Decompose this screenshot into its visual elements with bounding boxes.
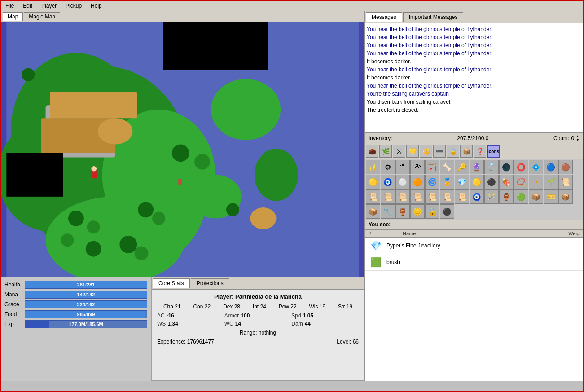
inventory-item[interactable]: 📜: [395, 189, 410, 204]
tab-messages[interactable]: Messages: [366, 12, 402, 22]
menu-pickup[interactable]: Pickup: [63, 2, 84, 10]
mana-row: Mana 142/142: [4, 291, 147, 299]
command-input[interactable]: [365, 122, 583, 132]
inventory-item[interactable]: ⭕: [514, 160, 528, 174]
inventory-item[interactable]: 🏹: [425, 160, 439, 174]
inventory-item[interactable]: 📜: [425, 189, 439, 204]
game-map[interactable]: [1, 22, 364, 277]
stat-spd: Spd 1.05: [291, 313, 359, 319]
inventory-item[interactable]: 📦: [529, 189, 543, 204]
food-bar: 986/999: [25, 310, 147, 318]
inventory-item[interactable]: 🪄: [484, 189, 499, 204]
svg-point-23: [138, 202, 154, 217]
inv-filter-rings[interactable]: 💛: [406, 145, 419, 158]
inventory-item[interactable]: ✨: [366, 160, 380, 174]
inventory-item[interactable]: 🌀: [425, 175, 439, 189]
inventory-item[interactable]: 🟤: [558, 160, 573, 174]
inventory-item[interactable]: 🔑: [455, 160, 469, 174]
inventory-item[interactable]: 🟢: [514, 189, 528, 204]
range-display: Range: nothing: [157, 330, 359, 336]
inv-filter-armor[interactable]: ⚔: [393, 145, 405, 158]
char-panel: Core Stats Protections Player: Partmedia…: [151, 277, 364, 381]
inventory-item[interactable]: 📦: [558, 189, 573, 204]
inventory-item[interactable]: 📜: [455, 189, 469, 204]
menu-file[interactable]: File: [3, 2, 17, 10]
inventory-item[interactable]: ⚙: [381, 160, 395, 174]
inventory-item[interactable]: 🧿: [381, 175, 395, 189]
inventory-item[interactable]: 🗡: [395, 160, 410, 174]
menu-player[interactable]: Player: [39, 2, 59, 10]
inventory-item[interactable]: 📿: [514, 175, 528, 189]
mana-label: Mana: [4, 291, 25, 298]
scroll-arrows[interactable]: ▲ ▼: [576, 135, 580, 142]
inventory-item[interactable]: 🎫: [544, 189, 558, 204]
inventory-item[interactable]: 🍖: [499, 175, 514, 189]
food-label: Food: [4, 311, 25, 317]
inventory-item[interactable]: 💠: [529, 160, 543, 174]
inv-filter-weapons[interactable]: 🌿: [379, 145, 392, 158]
inventory-item[interactable]: ⚫: [440, 204, 454, 219]
you-see-item-name: Pyper's Fine Jewellery: [386, 242, 553, 249]
exp-label: Exp: [4, 321, 25, 327]
inventory-item[interactable]: 🔒: [425, 204, 439, 219]
inventory-item[interactable]: 🪙: [410, 204, 425, 219]
inventory-item[interactable]: 📦: [366, 204, 380, 219]
tab-magic-map[interactable]: Magic Map: [24, 12, 60, 21]
inventory-item[interactable]: 📜: [366, 189, 380, 204]
message-line: You hear the bell of the glorious temple…: [367, 82, 581, 90]
bottom-section: Health 281/281 Mana 142/142 Grace: [1, 277, 364, 381]
inventory-item[interactable]: 🟡: [470, 175, 484, 189]
inv-filter-food[interactable]: ➖: [433, 145, 446, 158]
inventory-item[interactable]: 🔧: [381, 204, 395, 219]
menu-edit[interactable]: Edit: [20, 2, 35, 10]
inventory-item[interactable]: 🦴: [440, 160, 454, 174]
inventory-item[interactable]: 🔸: [529, 175, 543, 189]
svg-point-35: [250, 207, 276, 229]
inventory-item[interactable]: 💎: [455, 175, 469, 189]
you-see-item[interactable]: 🟩brush: [365, 254, 583, 271]
inv-filter-unknown[interactable]: ❓: [474, 145, 486, 158]
you-see-item[interactable]: 💎Pyper's Fine Jewellery: [365, 238, 583, 254]
svg-point-14: [255, 149, 298, 201]
inventory-item[interactable]: 🌱: [544, 175, 558, 189]
input-area[interactable]: [365, 122, 583, 133]
inventory-item[interactable]: 👁: [410, 160, 425, 174]
food-value: 986/999: [25, 311, 147, 318]
tab-core-stats[interactable]: Core Stats: [153, 278, 190, 288]
inventory-item[interactable]: 🧿: [470, 189, 484, 204]
inventory-item[interactable]: 🌑: [499, 160, 514, 174]
inventory-item[interactable]: 🏅: [440, 175, 454, 189]
menu-help[interactable]: Help: [88, 2, 105, 10]
stats-panel: Health 281/281 Mana 142/142 Grace: [1, 277, 151, 381]
tab-map[interactable]: Map: [3, 12, 23, 21]
inventory-item[interactable]: 📜: [381, 189, 395, 204]
inventory-item[interactable]: ⚫: [484, 175, 499, 189]
inventory-item[interactable]: 🏺: [499, 189, 514, 204]
message-line: You disembark from sailing caravel.: [367, 98, 581, 106]
inventory-item[interactable]: 📜: [410, 189, 425, 204]
inv-filter-books[interactable]: 🔒: [447, 145, 459, 158]
inv-filter-wands[interactable]: 🔱: [420, 145, 432, 158]
attr-wis: Wis 19: [309, 304, 326, 310]
tab-protections[interactable]: Protections: [191, 278, 229, 288]
svg-point-31: [61, 233, 74, 247]
mana-value: 142/142: [25, 291, 147, 298]
inventory-item[interactable]: 🔵: [544, 160, 558, 174]
inventory-item[interactable]: 📜: [440, 189, 454, 204]
inventory-icon-bar: 🌰 🌿 ⚔ 💛 🔱 ➖ 🔒 📦 ❓ Icons: [365, 144, 583, 159]
inv-filter-icons[interactable]: Icons: [487, 145, 500, 158]
inv-filter-containers[interactable]: 📦: [460, 145, 473, 158]
inventory-item[interactable]: 🔮: [470, 160, 484, 174]
grace-row: Grace 324/162: [4, 300, 147, 308]
inv-filter-all[interactable]: 🌰: [366, 145, 378, 158]
inventory-item[interactable]: 🟠: [410, 175, 425, 189]
scroll-down[interactable]: ▼: [576, 138, 580, 142]
svg-point-22: [87, 220, 100, 233]
exp-row: Exp 177.0M/185.6M: [4, 320, 147, 328]
tab-important-messages[interactable]: Important Messages: [403, 12, 464, 22]
inventory-item[interactable]: ⚪: [395, 175, 410, 189]
inventory-item[interactable]: 🟡: [366, 175, 380, 189]
inventory-item[interactable]: 🏺: [395, 204, 410, 219]
inventory-item[interactable]: 📜: [558, 175, 573, 189]
inventory-item[interactable]: 💍: [484, 160, 499, 174]
